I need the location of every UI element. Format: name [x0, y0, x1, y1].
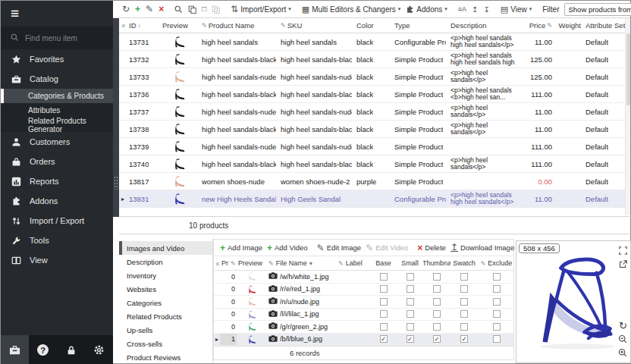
- image-row-lilac_1.jpg[interactable]: 0/l/i/lilac_1.jpg: [214, 309, 513, 322]
- product-row-13738[interactable]: 13738high heel sandals-black-37high heel…: [119, 121, 626, 138]
- image-row-green_2.jpg[interactable]: 0/g/r/green_2.jpg: [214, 321, 513, 334]
- tab-inventory[interactable]: Inventory: [119, 268, 212, 282]
- sidebar-item-import-export[interactable]: Import / Export: [1, 211, 113, 231]
- zoom-in-icon[interactable]: [618, 347, 627, 360]
- product-row-13737[interactable]: 13737high heel sandals-nude-36high heel …: [119, 103, 626, 121]
- sidebar-item-catalog[interactable]: Catalog: [1, 69, 113, 89]
- tab-images-and-video[interactable]: Images and Video: [119, 241, 212, 255]
- sidebar-item-view[interactable]: View: [1, 250, 113, 270]
- checkbox[interactable]: [493, 335, 501, 343]
- checkbox[interactable]: [380, 310, 388, 318]
- sidebar-item-attributes[interactable]: Attributes: [1, 103, 113, 118]
- checkbox[interactable]: [407, 310, 414, 318]
- image-row-blue_6.jpg[interactable]: ▸1/b/l/blue_6.jpg✓✓✓✓: [214, 334, 513, 347]
- checkbox[interactable]: ✓: [380, 335, 388, 343]
- column-header-color[interactable]: Color: [354, 21, 392, 30]
- tab-product-reviews[interactable]: Product Reviews: [119, 350, 212, 364]
- checkbox[interactable]: [460, 273, 468, 281]
- hamburger-menu-icon[interactable]: ≡: [1, 1, 113, 27]
- product-row-13731[interactable]: 13731high heel sandalshigh heel sandalsb…: [119, 33, 626, 51]
- product-row-13817[interactable]: 13817women shoes-nudewomen shoes-nude-2p…: [119, 173, 626, 190]
- image-row-nude.jpg[interactable]: 0/n/u/nude.jpg: [214, 296, 513, 309]
- tab-related-products[interactable]: Related Products: [119, 309, 212, 323]
- grid-options-icon[interactable]: ≣: [214, 261, 220, 266]
- column-header-id[interactable]: ID↓: [127, 21, 160, 30]
- grid-scrollbar[interactable]: [625, 18, 630, 215]
- checkbox[interactable]: [380, 273, 388, 281]
- lock-icon[interactable]: [57, 335, 85, 364]
- checkbox[interactable]: [380, 285, 388, 293]
- column-header-product-name[interactable]: ✎Product Name: [199, 21, 278, 30]
- column-header-preview[interactable]: Preview: [160, 21, 199, 30]
- search-products-button[interactable]: [174, 5, 183, 14]
- tab-categories[interactable]: Categories: [119, 296, 212, 309]
- delete-image-button[interactable]: ×Delete: [417, 243, 445, 253]
- download-image-button[interactable]: ↥Download Image: [450, 243, 514, 253]
- help-icon[interactable]: ?: [29, 335, 57, 364]
- store-icon[interactable]: [1, 335, 29, 364]
- checkbox[interactable]: [460, 298, 468, 306]
- checkbox[interactable]: [493, 298, 501, 306]
- product-row-13736[interactable]: 13736high heel sandals-black-36high heel…: [119, 86, 626, 103]
- column-header-attribute-set-name[interactable]: Attribute Set Name: [583, 21, 626, 30]
- checkbox[interactable]: [407, 273, 414, 281]
- multi-editors-menu[interactable]: ▦Multi Editors & Changers▾: [302, 5, 401, 14]
- image-row-red_1.jpg[interactable]: 0/r/e/red_1.jpg: [214, 284, 513, 297]
- checkbox[interactable]: ✓: [433, 335, 441, 343]
- sidebar-search-input[interactable]: Find menu item: [1, 27, 113, 49]
- tab-cross-sells[interactable]: Cross-sells: [119, 337, 212, 350]
- product-row-13733[interactable]: 13733high heel sandals-nudehigh heel san…: [119, 68, 626, 86]
- edit-image-button[interactable]: ✎Edit Image: [317, 243, 361, 253]
- add-product-button[interactable]: +: [135, 5, 140, 14]
- row-height-decrease-icon[interactable]: ↧: [483, 5, 489, 14]
- checkbox[interactable]: ✓: [407, 335, 414, 343]
- addons-menu[interactable]: Addons▾: [406, 5, 447, 14]
- checkbox[interactable]: [407, 323, 414, 331]
- checkbox[interactable]: ✓: [460, 335, 468, 343]
- image-column-header-file-name[interactable]: ✎File Name▾: [267, 259, 337, 267]
- checkbox[interactable]: [380, 298, 388, 306]
- image-row-white_1.jpg[interactable]: 0/w/h/white_1.jpg: [214, 271, 513, 284]
- product-row-13740[interactable]: 13740high heel sandals-black-38high heel…: [119, 155, 626, 173]
- checkbox[interactable]: [493, 285, 501, 293]
- zoom-out-icon[interactable]: [618, 333, 627, 347]
- edit-product-button[interactable]: ✎: [146, 5, 153, 14]
- sidebar-item-customers[interactable]: Customers: [1, 132, 113, 152]
- checkbox[interactable]: [433, 310, 441, 318]
- rotate-icon[interactable]: ↻: [619, 318, 627, 332]
- image-column-header-base[interactable]: Base: [370, 259, 397, 267]
- checkbox[interactable]: [460, 323, 468, 331]
- sidebar-item-orders[interactable]: Orders: [1, 152, 113, 171]
- category-filter-select[interactable]: Show products from selected categories▾: [564, 3, 631, 16]
- image-column-header-swatch[interactable]: Swatch: [450, 259, 478, 267]
- image-column-header-preview[interactable]: Preview: [237, 259, 267, 267]
- edit-video-button[interactable]: ✎Edit Video: [366, 243, 408, 253]
- checkbox[interactable]: [433, 298, 441, 306]
- sidebar-item-favorites[interactable]: Favorites: [1, 49, 113, 69]
- tab-websites[interactable]: Websites: [119, 282, 212, 296]
- product-row-13739[interactable]: 13739high heel sandals-nude-37high heel …: [119, 138, 626, 155]
- checkbox[interactable]: [380, 323, 388, 331]
- checkbox[interactable]: [493, 323, 501, 331]
- column-header-price[interactable]: Price✎: [523, 21, 554, 30]
- checkbox[interactable]: [460, 285, 468, 293]
- sidebar-item-categories-products[interactable]: Categories & Products: [1, 89, 113, 103]
- delete-product-button[interactable]: ×: [159, 5, 164, 14]
- gear-icon[interactable]: [85, 335, 113, 364]
- sidebar-item-related-products-generator[interactable]: Related Products Generator: [1, 118, 113, 132]
- panel-splitter[interactable]: [113, 18, 119, 217]
- checkbox[interactable]: [433, 285, 441, 293]
- checkbox[interactable]: [493, 273, 501, 281]
- add-video-button[interactable]: +Add Video: [267, 243, 308, 253]
- product-row-13732[interactable]: 13732high heel sandals-blackhigh heel sa…: [119, 51, 626, 68]
- refresh-button[interactable]: ↻: [122, 5, 130, 14]
- copy-button[interactable]: [188, 5, 196, 14]
- checkbox[interactable]: [407, 298, 414, 306]
- product-row-13931[interactable]: ▸13931new High Heels SandalsHigh Geels S…: [119, 190, 626, 208]
- image-column-header-exclude[interactable]: ✎Exclude: [478, 259, 515, 267]
- sidebar-item-tools[interactable]: Tools: [1, 231, 113, 250]
- sidebar-item-reports[interactable]: Reports: [1, 171, 113, 191]
- image-column-header-label[interactable]: ✎Label: [337, 259, 370, 267]
- row-height-increase-icon[interactable]: ↥: [472, 5, 478, 14]
- column-header-weight[interactable]: Weight: [554, 21, 583, 30]
